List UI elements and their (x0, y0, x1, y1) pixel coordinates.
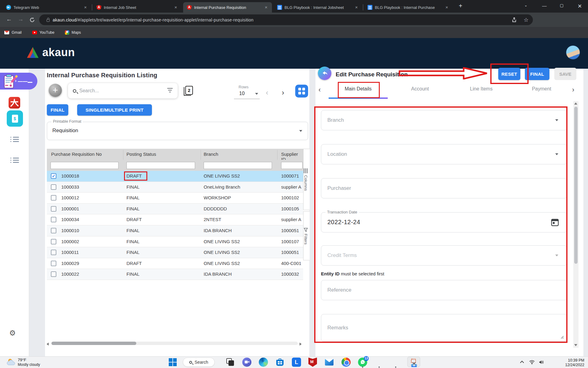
collapse-menu-icon[interactable]: › (15, 78, 32, 84)
task-view-icon[interactable] (226, 358, 235, 367)
row-checkbox[interactable] (51, 206, 56, 212)
grid-view-button[interactable] (295, 85, 308, 98)
vscroll-down-arrow-icon[interactable] (574, 344, 577, 346)
vscroll-up-arrow-icon[interactable] (574, 102, 577, 105)
row-checkbox[interactable] (51, 228, 56, 233)
taskbar-clock[interactable]: 10:39 PM 12/24/2022 (551, 358, 584, 367)
sidebar-app-invoice-icon[interactable]: $ (7, 110, 23, 127)
forward-icon[interactable]: → (18, 16, 24, 23)
single-multiple-print-button[interactable]: SINGLE/MULTIPLE PRINT (77, 104, 152, 116)
tabs-scroll-left-chevron-icon[interactable]: ‹ (318, 86, 321, 94)
tabs-scroll-right-chevron-icon[interactable]: › (572, 86, 574, 94)
final-button[interactable]: FINAL (47, 104, 68, 116)
table-row[interactable]: 1000002 FINAL ONE LIVING SS2 1000107 (47, 236, 303, 247)
row-checkbox[interactable] (51, 217, 56, 222)
weather-temp[interactable]: 79°F (18, 358, 26, 362)
add-button[interactable]: + (49, 84, 62, 97)
window-close-button[interactable]: ✕ (578, 3, 582, 10)
tab-close-icon[interactable]: × (173, 5, 179, 10)
row-checkbox[interactable] (51, 261, 56, 266)
address-bar[interactable]: akaun.cloud/#/applets/tnt/wavelet/erp/in… (39, 14, 533, 25)
share-icon[interactable] (511, 17, 517, 23)
row-checkbox[interactable] (51, 195, 56, 201)
akaun-logo[interactable]: akaun (26, 46, 75, 59)
table-row[interactable]: 1000010 FINAL IDA BRANCH 1000051 (47, 225, 303, 236)
table-row[interactable]: 1000012 FINAL WORKSHOP 1000102 (47, 193, 303, 204)
filter-input-branch[interactable] (204, 162, 272, 169)
sidebar-app-red-icon[interactable] (9, 97, 20, 109)
table-row[interactable]: 1000029 DRAFT ONE LIVING SS2 400-C001 (47, 258, 303, 269)
printable-format-select[interactable]: Printable Format Requisition (47, 122, 308, 140)
bookmark-youtube[interactable]: YouTube (32, 30, 55, 35)
table-row[interactable]: 1000001 FINAL DDDDDDD 1000105 (47, 204, 303, 215)
horizontal-scrollbar-thumb[interactable] (51, 342, 136, 345)
wifi-icon[interactable] (529, 360, 535, 364)
back-button[interactable] (318, 67, 331, 80)
tab-close-icon[interactable]: × (444, 5, 450, 10)
ms-store-icon[interactable] (275, 358, 285, 367)
tab-close-icon[interactable]: × (263, 5, 269, 10)
back-icon[interactable]: ← (6, 16, 12, 23)
table-row[interactable]: 1000011 FINAL ONE LIVING SS2 1000051 (47, 247, 303, 258)
reload-icon[interactable] (29, 17, 35, 23)
bookmark-star-icon[interactable]: ☆ (524, 17, 529, 23)
bookmark-maps[interactable]: Maps (65, 30, 81, 35)
taskbar-search[interactable]: Search (183, 358, 215, 367)
rows-dropdown-caret-icon[interactable] (255, 93, 258, 95)
edge-icon[interactable] (259, 358, 268, 367)
filters-rail-section[interactable]: Filters (303, 211, 310, 260)
filter-input-pr-no[interactable] (51, 162, 119, 169)
row-checkbox[interactable] (51, 184, 56, 190)
volume-icon[interactable] (539, 360, 544, 364)
app-l-icon[interactable]: L (292, 358, 301, 367)
sidebar-list-item-icon[interactable] (10, 158, 19, 164)
filter-lines-icon[interactable] (167, 88, 173, 94)
bookmark-gmail[interactable]: Gmail (4, 30, 22, 35)
sidebar-list-item-icon[interactable] (10, 137, 19, 144)
final-button-editor[interactable]: FINAL (525, 68, 549, 80)
row-checkbox-checked[interactable]: ✓ (51, 173, 56, 179)
teams-chat-icon[interactable] (242, 358, 251, 367)
search-input[interactable]: Search... (68, 83, 178, 98)
filter-input-supplier-id[interactable] (281, 162, 303, 169)
settings-gear-icon[interactable]: ⚙ (9, 329, 16, 337)
table-row[interactable]: 1000022 FINAL IDA BRANCH 1000032 (47, 269, 303, 280)
rows-per-page-value[interactable]: 10 (239, 91, 245, 96)
tab-payment[interactable]: Payment (512, 86, 571, 92)
next-page-chevron-icon[interactable]: › (282, 88, 284, 97)
tab-internal-job-sheet[interactable]: A Internal Job Sheet × (93, 2, 182, 13)
new-tab-button[interactable]: + (459, 2, 462, 10)
tab-telegram[interactable]: Telegram Web × (2, 2, 91, 13)
snipping-tool-active[interactable] (407, 357, 420, 367)
vertical-scrollbar-thumb[interactable] (574, 107, 578, 264)
row-checkbox[interactable] (51, 239, 56, 244)
save-button[interactable]: SAVE (554, 68, 576, 80)
hscroll-right-arrow-icon[interactable] (300, 343, 302, 346)
column-header[interactable]: Purchase Requisition No (51, 151, 102, 157)
tab-line-items[interactable]: Line Items (452, 86, 511, 92)
weather-icon[interactable] (6, 358, 17, 367)
tab-internal-purchase-requisition[interactable]: A Internal Purchase Requisition × (183, 2, 272, 13)
table-row[interactable]: ✓ 1000018 DRAFT ONE LIVING SS2 1000071 (47, 171, 303, 182)
sidebar-item-requisition-active[interactable]: › (0, 73, 37, 90)
row-checkbox[interactable] (51, 271, 56, 277)
table-row[interactable]: 1000033 FINAL OneLiving Branch supplier … (47, 182, 303, 193)
hscroll-left-arrow-icon[interactable] (47, 343, 49, 346)
tab-blg-playbook-purchase[interactable]: BLG Playbook : Internal Purchase × (364, 2, 453, 13)
chrome-icon[interactable] (341, 358, 351, 367)
tab-account[interactable]: Account (390, 86, 450, 92)
user-avatar[interactable] (566, 45, 580, 59)
filter-input-posting-status[interactable] (126, 162, 195, 169)
tab-close-icon[interactable]: × (83, 5, 88, 10)
copy-pages-icon[interactable]: 2 (184, 86, 193, 96)
table-row[interactable]: 1000034 DRAFT 2NTEST supplier A (47, 214, 303, 225)
window-minimize-button[interactable]: — (542, 3, 547, 8)
prev-page-chevron-icon[interactable]: ‹ (266, 88, 268, 97)
mail-icon[interactable] (325, 358, 334, 367)
column-header[interactable]: Branch (204, 151, 218, 157)
column-header[interactable]: Posting Status (126, 151, 156, 157)
row-checkbox[interactable] (51, 250, 56, 255)
start-button-icon[interactable] (168, 358, 177, 367)
weather-desc[interactable]: Mostly cloudy (18, 362, 40, 367)
whatsapp-icon[interactable]: 13 (358, 358, 367, 367)
